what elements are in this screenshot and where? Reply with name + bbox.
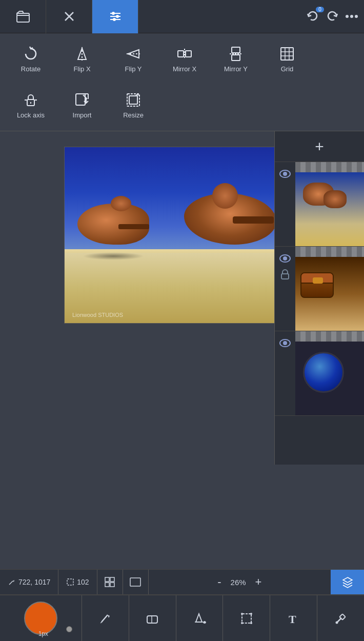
adjust-icon <box>108 9 123 24</box>
flipy-button[interactable]: Flip Y <box>110 38 156 79</box>
layer2-eye-icon[interactable] <box>279 254 291 263</box>
resize-button[interactable]: Resize <box>110 85 156 126</box>
pencil-small-icon <box>8 578 16 586</box>
undo-badge: 0 <box>316 7 324 12</box>
mirrory-label: Mirror Y <box>224 65 248 73</box>
import-label: Import <box>73 111 92 119</box>
svg-line-55 <box>102 615 108 622</box>
svg-point-42 <box>283 256 287 261</box>
svg-point-63 <box>250 613 252 615</box>
lockaxis-button[interactable]: Lock axis <box>8 85 54 126</box>
watermark: Lionwood STUDIOS <box>72 312 123 318</box>
mirrory-button[interactable]: Mirror Y <box>213 38 259 79</box>
zoom-out-button[interactable]: - <box>213 575 225 589</box>
ship1 <box>75 193 157 260</box>
layer-item-1[interactable] <box>275 162 364 247</box>
mirrorx-label: Mirror X <box>173 65 196 73</box>
layer2-lock-icon <box>280 269 290 280</box>
svg-point-8 <box>113 18 116 21</box>
svg-rect-22 <box>281 48 293 60</box>
layer2-content <box>295 257 364 331</box>
redo-icon <box>325 9 339 24</box>
fill-tool-button[interactable] <box>176 595 224 642</box>
redo-button[interactable] <box>325 9 339 24</box>
mirrorx-button[interactable]: Mirror X <box>161 38 208 79</box>
layer3-eye-icon[interactable] <box>279 339 291 347</box>
layers-toggle-button[interactable] <box>331 570 364 594</box>
grid-button[interactable]: Grid <box>264 38 310 79</box>
svg-rect-19 <box>232 47 240 53</box>
svg-rect-58 <box>147 616 157 623</box>
eraser-tool-button[interactable] <box>129 595 176 642</box>
layer-item-2[interactable] <box>275 247 364 331</box>
close-button[interactable] <box>46 0 92 33</box>
rotate-button[interactable]: Rotate <box>8 38 54 79</box>
secondary-color-dot[interactable] <box>66 626 72 632</box>
zoom-value: 26% <box>231 578 246 587</box>
ship1-gun <box>118 224 149 229</box>
svg-point-62 <box>241 613 243 615</box>
svg-rect-49 <box>105 577 109 582</box>
rotate-icon <box>23 46 39 62</box>
grid-icon <box>279 46 295 62</box>
layer3-circle <box>303 352 344 393</box>
layer3-visibility <box>275 331 295 347</box>
svg-point-11 <box>355 15 358 18</box>
lockaxis-label: Lock axis <box>17 111 45 119</box>
undo-button[interactable]: 0 <box>306 9 320 24</box>
adjust-button[interactable] <box>92 0 138 33</box>
transform-row-1: Rotate Flip X Flip Y Mirror X <box>8 38 356 79</box>
eyedropper-tool-icon <box>333 611 349 626</box>
svg-rect-48 <box>67 579 73 585</box>
add-layer-button[interactable]: + <box>275 131 364 162</box>
frame-button[interactable] <box>123 570 149 594</box>
grid-view-icon <box>104 576 115 588</box>
folder-button[interactable] <box>0 0 46 33</box>
text-tool-icon: T <box>286 611 301 626</box>
svg-rect-51 <box>105 583 109 587</box>
svg-point-9 <box>346 15 349 18</box>
resize-label: Resize <box>123 111 144 119</box>
layer-item-3[interactable] <box>275 331 364 416</box>
flipy-icon <box>125 46 141 62</box>
layer3-thumbnail <box>295 331 364 415</box>
svg-rect-50 <box>110 577 114 582</box>
ship2 <box>181 178 284 260</box>
eraser-tool-icon <box>145 611 160 626</box>
text-tool-button[interactable]: T <box>270 595 317 642</box>
canvas-image[interactable]: Lionwood STUDIOS <box>64 147 300 324</box>
resize-icon <box>125 92 141 108</box>
svg-marker-56 <box>108 615 110 618</box>
svg-point-69 <box>335 621 338 624</box>
zoom-in-button[interactable]: + <box>251 575 266 589</box>
import-button[interactable]: Import <box>59 85 105 126</box>
grid-view-button[interactable] <box>97 570 123 594</box>
mirrorx-icon <box>176 46 193 62</box>
flipx-button[interactable]: Flip X <box>59 38 105 79</box>
ship2-gun <box>233 216 274 224</box>
canvas-area[interactable]: Lionwood STUDIOS + <box>0 131 364 465</box>
svg-rect-43 <box>281 274 289 279</box>
frame-icon <box>129 577 141 587</box>
svg-rect-17 <box>186 51 191 57</box>
flipx-label: Flip X <box>73 65 90 73</box>
selection-tool-button[interactable] <box>223 595 270 642</box>
fill-tool-icon <box>192 611 207 626</box>
layer1-visibility <box>275 162 295 178</box>
layer1-content <box>295 172 364 246</box>
svg-point-40 <box>283 172 287 176</box>
grid-label: Grid <box>281 65 294 73</box>
rotate-label: Rotate <box>21 65 41 73</box>
more-button[interactable] <box>345 14 359 19</box>
coords-value: 722, 1017 <box>18 578 50 586</box>
layer1-eye-icon[interactable] <box>279 170 291 178</box>
transform-toolbar: Rotate Flip X Flip Y Mirror X <box>0 33 364 131</box>
size-display: 102 <box>58 570 97 594</box>
layer2-thumbnail <box>295 247 364 331</box>
ship1-shadow <box>83 252 144 260</box>
layer3-content <box>295 342 364 415</box>
pencil-tool-button[interactable] <box>82 595 129 642</box>
eyedropper-tool-button[interactable] <box>317 595 364 642</box>
mirrory-icon <box>228 46 244 62</box>
layer1-checker <box>295 162 364 172</box>
